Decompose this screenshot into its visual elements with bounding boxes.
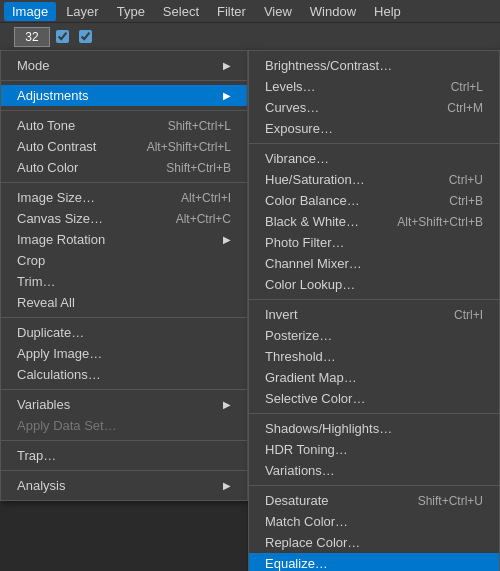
submenu-item-threshold-[interactable]: Threshold… bbox=[249, 346, 499, 367]
submenu-item-brightness-contrast-[interactable]: Brightness/Contrast… bbox=[249, 55, 499, 76]
menu-item-label: Canvas Size… bbox=[17, 211, 160, 226]
menu-item-trap-[interactable]: Trap… bbox=[1, 445, 247, 466]
separator bbox=[1, 389, 247, 390]
menu-item-reveal-all[interactable]: Reveal All bbox=[1, 292, 247, 313]
submenu-item-label: Levels… bbox=[265, 79, 435, 94]
submenu-item-desaturate[interactable]: DesaturateShift+Ctrl+U bbox=[249, 490, 499, 511]
menu-item-label: Reveal All bbox=[17, 295, 231, 310]
submenu-item-label: Black & White… bbox=[265, 214, 381, 229]
submenu-item-label: Color Lookup… bbox=[265, 277, 483, 292]
submenu-item-shortcut: Shift+Ctrl+U bbox=[418, 494, 483, 508]
submenu-item-gradient-map-[interactable]: Gradient Map… bbox=[249, 367, 499, 388]
menu-item-apply-image-[interactable]: Apply Image… bbox=[1, 343, 247, 364]
menu-item-label: Duplicate… bbox=[17, 325, 231, 340]
submenu-item-shortcut: Alt+Shift+Ctrl+B bbox=[397, 215, 483, 229]
submenu-item-exposure-[interactable]: Exposure… bbox=[249, 118, 499, 139]
submenu-item-label: Photo Filter… bbox=[265, 235, 483, 250]
menu-item-apply-data-set-: Apply Data Set… bbox=[1, 415, 247, 436]
submenu-item-label: Match Color… bbox=[265, 514, 483, 529]
menubar: ImageLayerTypeSelectFilterViewWindowHelp bbox=[0, 0, 500, 22]
menu-item-adjustments[interactable]: Adjustments▶ bbox=[1, 85, 247, 106]
submenu-item-label: HDR Toning… bbox=[265, 442, 483, 457]
submenu-item-photo-filter-[interactable]: Photo Filter… bbox=[249, 232, 499, 253]
menu-item-duplicate-[interactable]: Duplicate… bbox=[1, 322, 247, 343]
menu-item-variables[interactable]: Variables▶ bbox=[1, 394, 247, 415]
submenu-item-label: Shadows/Highlights… bbox=[265, 421, 483, 436]
menu-item-calculations-[interactable]: Calculations… bbox=[1, 364, 247, 385]
submenu-item-shadows-highlights-[interactable]: Shadows/Highlights… bbox=[249, 418, 499, 439]
menu-item-auto-color[interactable]: Auto ColorShift+Ctrl+B bbox=[1, 157, 247, 178]
contiguous-group bbox=[79, 30, 96, 43]
submenu-item-equalize-[interactable]: Equalize… bbox=[249, 553, 499, 571]
menu-item-trim-[interactable]: Trim… bbox=[1, 271, 247, 292]
tolerance-input[interactable] bbox=[14, 27, 50, 47]
image-menu: Mode▶Adjustments▶Auto ToneShift+Ctrl+LAu… bbox=[0, 50, 248, 501]
submenu-item-label: Equalize… bbox=[265, 556, 483, 571]
separator bbox=[1, 440, 247, 441]
submenu-item-label: Channel Mixer… bbox=[265, 256, 483, 271]
submenu-item-curves-[interactable]: Curves…Ctrl+M bbox=[249, 97, 499, 118]
submenu-item-shortcut: Ctrl+U bbox=[449, 173, 483, 187]
submenu-item-variations-[interactable]: Variations… bbox=[249, 460, 499, 481]
menu-item-analysis[interactable]: Analysis▶ bbox=[1, 475, 247, 496]
menu-item-auto-contrast[interactable]: Auto ContrastAlt+Shift+Ctrl+L bbox=[1, 136, 247, 157]
submenu-item-label: Selective Color… bbox=[265, 391, 483, 406]
menu-item-shortcut: Alt+Ctrl+C bbox=[176, 212, 231, 226]
menu-item-label: Image Size… bbox=[17, 190, 165, 205]
separator bbox=[1, 80, 247, 81]
submenu-item-invert[interactable]: InvertCtrl+I bbox=[249, 304, 499, 325]
submenu-item-label: Variations… bbox=[265, 463, 483, 478]
submenu-item-replace-color-[interactable]: Replace Color… bbox=[249, 532, 499, 553]
menubar-item-image[interactable]: Image bbox=[4, 2, 56, 21]
submenu-item-label: Brightness/Contrast… bbox=[265, 58, 483, 73]
submenu-item-channel-mixer-[interactable]: Channel Mixer… bbox=[249, 253, 499, 274]
separator bbox=[249, 485, 499, 486]
menu-item-crop[interactable]: Crop bbox=[1, 250, 247, 271]
menu-item-canvas-size-[interactable]: Canvas Size…Alt+Ctrl+C bbox=[1, 208, 247, 229]
toolbar bbox=[0, 22, 500, 50]
submenu-item-hdr-toning-[interactable]: HDR Toning… bbox=[249, 439, 499, 460]
menu-item-shortcut: Alt+Ctrl+I bbox=[181, 191, 231, 205]
adjustments-submenu: Brightness/Contrast…Levels…Ctrl+LCurves…… bbox=[248, 50, 500, 571]
menu-item-label: Auto Contrast bbox=[17, 139, 131, 154]
menu-item-label: Apply Image… bbox=[17, 346, 231, 361]
menu-item-auto-tone[interactable]: Auto ToneShift+Ctrl+L bbox=[1, 115, 247, 136]
anti-alias-checkbox[interactable] bbox=[56, 30, 69, 43]
submenu-item-match-color-[interactable]: Match Color… bbox=[249, 511, 499, 532]
submenu-item-shortcut: Ctrl+B bbox=[449, 194, 483, 208]
menubar-item-window[interactable]: Window bbox=[302, 2, 364, 21]
submenu-arrow-icon: ▶ bbox=[223, 399, 231, 410]
menubar-item-type[interactable]: Type bbox=[109, 2, 153, 21]
submenu-item-vibrance-[interactable]: Vibrance… bbox=[249, 148, 499, 169]
submenu-item-black---white-[interactable]: Black & White…Alt+Shift+Ctrl+B bbox=[249, 211, 499, 232]
submenu-item-label: Curves… bbox=[265, 100, 431, 115]
menu-item-label: Analysis bbox=[17, 478, 215, 493]
menu-item-shortcut: Shift+Ctrl+L bbox=[168, 119, 231, 133]
submenu-item-label: Exposure… bbox=[265, 121, 483, 136]
contiguous-checkbox[interactable] bbox=[79, 30, 92, 43]
menubar-item-filter[interactable]: Filter bbox=[209, 2, 254, 21]
menubar-item-help[interactable]: Help bbox=[366, 2, 409, 21]
menu-item-label: Variables bbox=[17, 397, 215, 412]
separator bbox=[1, 470, 247, 471]
menu-item-label: Trim… bbox=[17, 274, 231, 289]
menu-item-mode[interactable]: Mode▶ bbox=[1, 55, 247, 76]
submenu-arrow-icon: ▶ bbox=[223, 234, 231, 245]
submenu-item-color-balance-[interactable]: Color Balance…Ctrl+B bbox=[249, 190, 499, 211]
menu-item-image-size-[interactable]: Image Size…Alt+Ctrl+I bbox=[1, 187, 247, 208]
submenu-item-posterize-[interactable]: Posterize… bbox=[249, 325, 499, 346]
submenu-item-levels-[interactable]: Levels…Ctrl+L bbox=[249, 76, 499, 97]
menu-item-label: Auto Color bbox=[17, 160, 150, 175]
submenu-item-label: Color Balance… bbox=[265, 193, 433, 208]
menu-item-label: Adjustments bbox=[17, 88, 215, 103]
submenu-item-selective-color-[interactable]: Selective Color… bbox=[249, 388, 499, 409]
submenu-arrow-icon: ▶ bbox=[223, 90, 231, 101]
submenu-item-hue-saturation-[interactable]: Hue/Saturation…Ctrl+U bbox=[249, 169, 499, 190]
menubar-item-view[interactable]: View bbox=[256, 2, 300, 21]
submenu-item-color-lookup-[interactable]: Color Lookup… bbox=[249, 274, 499, 295]
separator bbox=[249, 143, 499, 144]
separator bbox=[249, 413, 499, 414]
menubar-item-select[interactable]: Select bbox=[155, 2, 207, 21]
menubar-item-layer[interactable]: Layer bbox=[58, 2, 107, 21]
menu-item-image-rotation[interactable]: Image Rotation▶ bbox=[1, 229, 247, 250]
